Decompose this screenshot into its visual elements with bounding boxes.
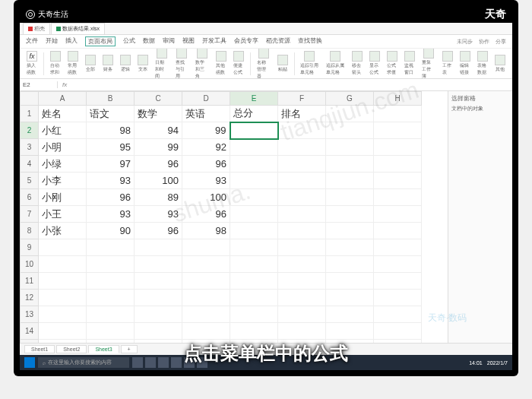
ribbon-button[interactable]: 数学和三角: [193, 49, 211, 79]
ribbon-button[interactable]: 其他: [492, 54, 508, 74]
cell[interactable]: [135, 256, 182, 273]
fx-icon[interactable]: fx: [58, 81, 71, 88]
cell[interactable]: [326, 323, 374, 340]
ribbon-button[interactable]: 常用函数: [65, 50, 81, 77]
cell[interactable]: [326, 122, 374, 139]
ribbon-button[interactable]: 全部: [83, 54, 98, 74]
cell[interactable]: [374, 273, 422, 290]
cell[interactable]: [278, 239, 326, 256]
sheet-tab[interactable]: Sheet2: [56, 345, 87, 353]
row-header[interactable]: 5: [21, 173, 39, 189]
ribbon-button[interactable]: 便捷公式: [231, 50, 246, 77]
ribbon-button[interactable]: 财务: [100, 54, 116, 74]
cell[interactable]: [39, 290, 87, 306]
cell[interactable]: 99: [182, 122, 230, 139]
cell[interactable]: [87, 323, 135, 340]
cell[interactable]: 小李: [39, 173, 87, 189]
row-header[interactable]: 8: [21, 223, 39, 239]
task-icon[interactable]: [132, 357, 143, 368]
cell[interactable]: [326, 173, 374, 189]
menu-item-9[interactable]: 会员专享: [234, 36, 258, 46]
cell[interactable]: 96: [135, 156, 182, 173]
row-header[interactable]: 3: [21, 139, 39, 156]
cell[interactable]: [39, 306, 87, 323]
ribbon-button[interactable]: 查找与引用: [173, 49, 192, 79]
cell[interactable]: [182, 256, 230, 273]
cell[interactable]: [326, 239, 374, 256]
cell[interactable]: [39, 273, 87, 290]
cell[interactable]: 94: [135, 122, 182, 139]
task-icon[interactable]: [145, 357, 156, 368]
row-header[interactable]: 10: [21, 256, 39, 273]
ribbon-button[interactable]: 粘贴: [275, 54, 290, 74]
cell[interactable]: [374, 106, 422, 122]
cell[interactable]: [230, 122, 278, 139]
task-icon[interactable]: [171, 357, 182, 368]
cell[interactable]: 数学: [135, 106, 182, 122]
cell[interactable]: [135, 306, 182, 323]
cell[interactable]: 总分: [230, 106, 278, 122]
spreadsheet-grid[interactable]: ABCDEFGH1姓名语文数学英语总分排名2小红9894993小明9599924…: [20, 91, 422, 343]
ribbon-button[interactable]: 移去箭头: [350, 50, 365, 77]
cell[interactable]: [278, 323, 326, 340]
cell[interactable]: [278, 173, 326, 189]
cell[interactable]: [374, 223, 422, 239]
column-header[interactable]: B: [87, 92, 135, 106]
ribbon-button[interactable]: 其他函数: [214, 50, 229, 77]
cell[interactable]: [374, 256, 422, 273]
ribbon-button[interactable]: 追踪从属单元格: [324, 50, 347, 77]
cell[interactable]: [230, 139, 278, 156]
cell[interactable]: [278, 306, 326, 323]
cell[interactable]: 排名: [278, 106, 326, 122]
ribbon-button[interactable]: 显示公式: [367, 50, 382, 77]
cell[interactable]: [374, 156, 422, 173]
cell[interactable]: [230, 189, 278, 206]
ribbon-button[interactable]: 公式求值: [385, 50, 400, 77]
cell[interactable]: 97: [87, 156, 135, 173]
column-header[interactable]: C: [135, 92, 182, 106]
menu-item-1[interactable]: 开始: [46, 36, 58, 46]
cell[interactable]: 89: [135, 189, 182, 206]
cell[interactable]: [374, 323, 422, 340]
menu-item-8[interactable]: 开发工具: [202, 36, 226, 46]
column-header[interactable]: G: [326, 92, 374, 106]
cell[interactable]: 96: [135, 223, 182, 239]
cell[interactable]: [278, 139, 326, 156]
cell[interactable]: [39, 323, 87, 340]
menu-item-7[interactable]: 视图: [182, 36, 195, 46]
cell[interactable]: [39, 239, 87, 256]
row-header[interactable]: 11: [21, 273, 39, 290]
cell[interactable]: [230, 306, 278, 323]
cell[interactable]: 100: [135, 173, 182, 189]
cell[interactable]: [230, 256, 278, 273]
cell[interactable]: [374, 206, 422, 223]
cell[interactable]: 90: [87, 223, 135, 239]
ribbon-button[interactable]: 工作表: [440, 50, 455, 77]
cell[interactable]: [230, 290, 278, 306]
cell[interactable]: [374, 139, 422, 156]
cell[interactable]: [230, 156, 278, 173]
column-header[interactable]: H: [374, 92, 422, 106]
menu-item-3[interactable]: 页面布局: [85, 36, 116, 46]
cell[interactable]: [135, 273, 182, 290]
sheet-tab[interactable]: Sheet1: [24, 345, 55, 353]
cell[interactable]: [278, 189, 326, 206]
tab-workbook[interactable]: 数据表结果.xlsx: [51, 23, 105, 34]
cell[interactable]: 96: [182, 206, 230, 223]
ribbon-button[interactable]: 编辑链接: [458, 50, 473, 77]
cell[interactable]: [135, 290, 182, 306]
cell[interactable]: 93: [87, 173, 135, 189]
ribbon-button[interactable]: 逻辑: [118, 54, 133, 74]
cell[interactable]: [39, 256, 87, 273]
row-header[interactable]: 1: [21, 106, 39, 122]
cell[interactable]: [326, 273, 374, 290]
cell[interactable]: 96: [87, 189, 135, 206]
cell[interactable]: [87, 256, 135, 273]
cell[interactable]: [230, 273, 278, 290]
cell[interactable]: [182, 239, 230, 256]
row-header[interactable]: 13: [21, 306, 39, 323]
cell[interactable]: [278, 273, 326, 290]
column-header[interactable]: A: [39, 92, 87, 106]
sync-status[interactable]: 未同步: [457, 38, 473, 46]
cell[interactable]: 小张: [39, 223, 87, 239]
